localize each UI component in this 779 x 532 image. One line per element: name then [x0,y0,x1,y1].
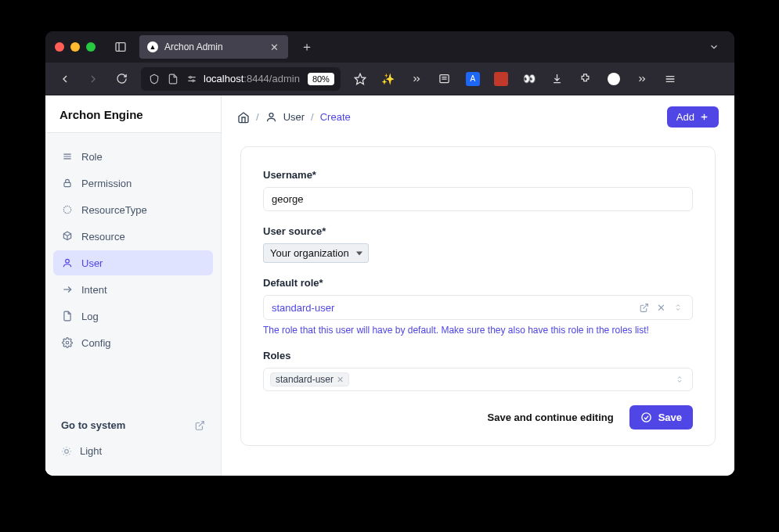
clear-icon[interactable]: ✕ [655,301,667,314]
overflow-2-button[interactable] [630,67,654,91]
svg-point-5 [193,80,194,81]
extension-eyes-icon[interactable]: 👀 [518,67,541,91]
user-source-select[interactable]: Your organization [263,243,369,263]
close-window-button[interactable] [55,42,64,52]
roles-label: Roles [263,350,693,361]
sidebar-item-label: Permission [81,178,132,189]
sidebar-item-label: Config [81,337,111,349]
app-menu-button[interactable] [658,67,682,91]
remove-tag-icon[interactable]: ✕ [337,375,344,385]
breadcrumb-separator: / [311,111,314,123]
sidebar-icon[interactable] [110,36,132,58]
form-actions: Save and continue editing Save [263,405,693,430]
default-role-value: standard-user [272,302,633,314]
url-bar[interactable]: localhost:8444/admin 80% [141,67,341,91]
sidebar-item-label: ResourceType [81,204,147,216]
home-icon[interactable] [237,111,250,124]
overflow-1-button[interactable] [405,67,428,91]
zoom-badge[interactable]: 80% [308,73,334,85]
field-roles: Roles standard-user ✕ [263,350,693,391]
header-row: / User / Create Add [222,95,734,128]
sidebar-item-label: Role [81,151,103,163]
extension-circle-icon[interactable] [602,67,626,91]
downloads-button[interactable] [546,67,569,91]
url-host: localhost [204,73,243,84]
breadcrumb-current: Create [320,111,351,123]
new-tab-button[interactable]: ＋ [296,36,318,58]
url-path: :8444/admin [243,73,300,84]
roles-input[interactable]: standard-user ✕ [263,368,693,391]
permissions-icon[interactable] [185,74,199,84]
lock-icon [61,177,74,189]
favicon-icon: ▲ [147,41,158,52]
svg-line-27 [63,448,64,448]
add-button[interactable]: Add [667,106,719,128]
reader-icon[interactable] [433,67,456,91]
extension-sparkle-icon[interactable]: ✨ [377,67,400,91]
shield-icon [147,74,161,84]
svg-point-22 [66,341,69,344]
username-label: Username* [263,169,693,181]
role-icon [61,150,74,163]
sidebar-item-resourcetype[interactable]: ResourceType [53,197,213,222]
role-tag-label: standard-user [276,374,334,385]
svg-rect-17 [64,182,70,186]
default-role-input[interactable]: standard-user ✕ [263,295,693,320]
titlebar: ▲ Archon Admin ✕ ＋ [45,31,734,63]
default-role-help: The role that this user will have by def… [263,325,693,336]
sidebar-item-permission[interactable]: Permission [53,171,213,196]
default-role-label: Default role* [263,277,693,289]
sidebar-item-resource[interactable]: Resource [53,224,213,249]
gear-icon [61,336,74,349]
sun-icon [61,446,72,457]
role-tag: standard-user ✕ [270,372,349,386]
sidebar-nav: Role Permission ResourceType Resource Us… [45,133,221,405]
minimize-window-button[interactable] [70,42,80,52]
theme-toggle[interactable]: Light [53,439,213,463]
sidebar-item-log[interactable]: Log [53,304,213,329]
save-button[interactable]: Save [629,405,693,430]
selector-icon[interactable] [672,301,684,314]
sidebar-item-label: Log [81,311,99,322]
svg-point-20 [66,259,70,263]
breadcrumb-user[interactable]: User [283,111,305,123]
svg-point-33 [269,113,273,117]
sidebar-item-label: User [81,257,103,269]
extension-translator-icon[interactable]: A [461,67,485,91]
page-icon [166,74,180,84]
reload-button[interactable] [110,67,133,91]
extension-ublock-icon[interactable] [489,67,513,91]
tabs-dropdown-button[interactable] [703,36,725,58]
save-continue-button[interactable]: Save and continue editing [483,405,619,430]
svg-marker-6 [355,74,365,84]
close-tab-button[interactable]: ✕ [268,41,280,53]
tab-title: Archon Admin [164,41,223,52]
plus-icon [699,112,709,122]
back-button[interactable] [53,67,77,91]
sidebar-item-role[interactable]: Role [53,144,213,169]
forward-button[interactable] [81,67,105,91]
page-viewport: Archon Engine Role Permission ResourceTy… [45,95,734,476]
breadcrumb-separator: / [256,111,259,123]
sidebar-item-user[interactable]: User [53,250,213,275]
field-username: Username* [263,169,693,211]
save-label: Save [658,412,682,423]
sidebar-item-config[interactable]: Config [53,330,213,355]
app-title: Archon Engine [45,95,221,133]
svg-line-36 [643,304,647,308]
user-icon [61,257,74,269]
maximize-window-button[interactable] [86,42,96,52]
field-user-source: User source* Your organization [263,225,693,263]
open-link-icon[interactable] [637,301,650,314]
username-input[interactable] [263,187,693,211]
browser-tab[interactable]: ▲ Archon Admin ✕ [139,35,288,59]
svg-line-28 [69,454,70,455]
add-label: Add [676,111,694,123]
arrow-icon [61,283,74,296]
sidebar-item-intent[interactable]: Intent [53,277,213,302]
bookmark-button[interactable] [348,67,372,91]
extensions-button[interactable] [574,67,597,91]
selector-icon[interactable] [673,374,686,385]
go-to-system-link[interactable]: Go to system [53,413,213,437]
field-default-role: Default role* standard-user ✕ The role t… [263,277,693,336]
